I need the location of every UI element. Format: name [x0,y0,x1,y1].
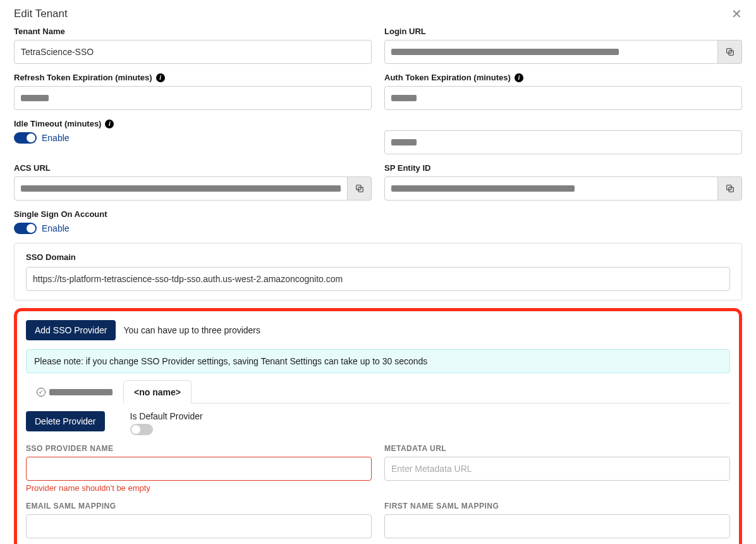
firstname-saml-label: FIRST NAME SAML MAPPING [384,502,730,510]
tenant-name-input[interactable] [14,40,372,64]
copy-icon [725,47,735,57]
metadata-url-label: METADATA URL [384,444,730,453]
idle-timeout-toggle-label: Enable [42,133,70,143]
provider-tab-2-label: <no name> [134,387,181,397]
idle-timeout-toggle[interactable] [14,132,37,144]
idle-timeout-label: Idle Timeout (minutes) i [14,119,372,128]
metadata-url-input[interactable] [384,457,730,481]
copy-sp-entity-button[interactable] [718,176,742,201]
auth-expiration-label: Auth Token Expiration (minutes) i [384,73,742,82]
email-saml-label: EMAIL SAML MAPPING [26,502,372,510]
is-default-toggle[interactable] [130,424,153,435]
sso-provider-name-input[interactable] [26,457,372,481]
login-url-input[interactable] [384,40,718,64]
tenant-name-label: Tenant Name [14,27,372,36]
sso-domain-label: SSO Domain [26,252,730,262]
close-icon[interactable]: ✕ [731,8,742,20]
copy-icon [355,183,365,194]
acs-url-input[interactable] [14,176,348,201]
copy-acs-url-button[interactable] [348,176,372,201]
email-saml-input[interactable] [26,514,372,538]
provider-tabs: ✓ <no name> [26,380,730,404]
acs-url-label: ACS URL [14,163,372,173]
sso-account-toggle[interactable] [14,223,37,234]
info-icon[interactable]: i [156,73,165,82]
sso-provider-name-label: SSO PROVIDER NAME [26,444,372,453]
firstname-saml-input[interactable] [384,514,730,538]
check-circle-icon: ✓ [37,388,46,397]
delete-provider-button[interactable]: Delete Provider [26,411,105,431]
sp-entity-id-label: SP Entity ID [384,163,742,173]
sso-note: Please note: if you change SSO Provider … [26,349,730,373]
dialog-title: Edit Tenant [14,8,68,20]
sso-provider-section: Add SSO Provider You can have up to thre… [14,308,742,544]
refresh-expiration-input[interactable] [14,86,372,110]
sp-entity-id-input[interactable] [384,176,718,201]
auth-expiration-input[interactable] [384,86,742,110]
idle-timeout-input[interactable] [384,130,742,154]
provider-tab-2[interactable]: <no name> [123,380,192,404]
login-url-label: Login URL [384,27,742,36]
is-default-label: Is Default Provider [130,411,203,421]
info-icon[interactable]: i [515,73,523,82]
info-icon[interactable]: i [105,120,114,128]
copy-icon [725,183,735,194]
add-sso-provider-hint: You can have up to three providers [123,325,260,335]
sso-account-toggle-label: Enable [42,223,70,233]
provider-tab-1-label [49,389,113,395]
sso-domain-input [26,267,730,291]
sso-provider-name-error: Provider name shouldn't be empty [26,483,372,493]
refresh-expiration-label: Refresh Token Expiration (minutes) i [14,73,372,82]
provider-tab-1[interactable]: ✓ [26,380,123,404]
copy-login-url-button[interactable] [718,40,742,64]
sso-account-label: Single Sign On Account [14,209,742,219]
add-sso-provider-button[interactable]: Add SSO Provider [26,320,116,340]
